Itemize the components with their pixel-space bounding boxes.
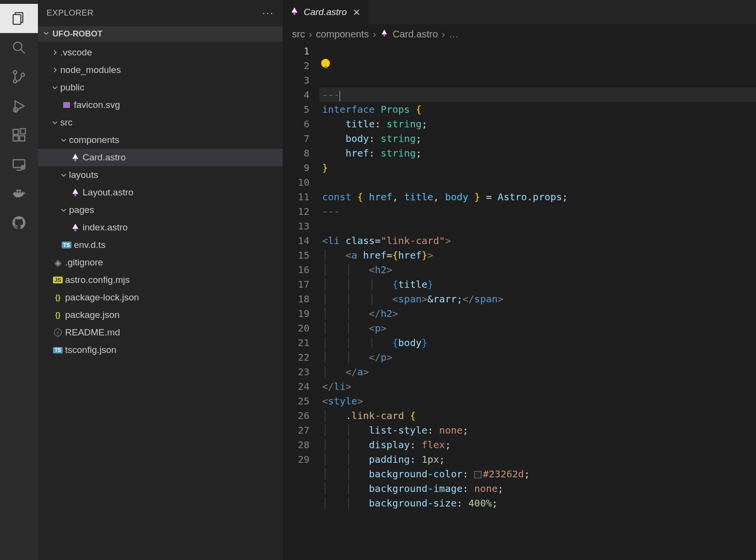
folder-src[interactable]: src: [38, 114, 283, 131]
folder-public[interactable]: public: [38, 79, 283, 96]
chevron-right-icon: [52, 49, 60, 56]
activity-remote[interactable]: [0, 150, 38, 179]
chevron-right-icon: ›: [309, 29, 312, 40]
folder-layouts[interactable]: layouts: [38, 166, 283, 184]
svg-rect-12: [20, 129, 26, 134]
project-name: UFO-ROBOT: [52, 29, 103, 39]
tab-card-astro[interactable]: Card.astro ✕: [283, 0, 369, 24]
json-icon: {}: [52, 294, 64, 301]
activity-explorer[interactable]: [0, 4, 38, 33]
chevron-down-icon: [60, 137, 69, 143]
breadcrumb-more[interactable]: …: [449, 29, 459, 40]
chevron-down-icon: [60, 172, 69, 178]
code-content[interactable]: ---interface Props { title: string; body…: [319, 44, 756, 560]
folder-pages[interactable]: pages: [38, 201, 283, 219]
json-icon: {}: [52, 311, 64, 319]
close-icon[interactable]: ✕: [352, 6, 361, 19]
explorer-header: EXPLORER ···: [38, 0, 283, 26]
file-index-astro[interactable]: index.astro: [38, 219, 283, 236]
astro-icon: [380, 29, 389, 40]
chevron-right-icon: ›: [373, 29, 376, 40]
explorer-more-icon[interactable]: ···: [262, 7, 274, 19]
chevron-down-icon: [60, 207, 69, 213]
lightbulb-icon[interactable]: [321, 59, 330, 68]
svg-marker-7: [15, 101, 24, 111]
ts-icon: TS: [60, 242, 73, 248]
svg-rect-22: [19, 190, 21, 192]
file-env-dts[interactable]: TSenv.d.ts: [38, 236, 283, 254]
file-card-astro[interactable]: Card.astro: [38, 149, 283, 166]
breadcrumb[interactable]: src › components › Card.astro › …: [283, 24, 756, 44]
activity-bar: [0, 0, 38, 560]
svg-rect-1: [13, 15, 21, 24]
folder-vscode[interactable]: .vscode: [38, 44, 283, 61]
svg-rect-11: [19, 136, 25, 141]
chevron-down-icon: [52, 119, 60, 126]
file-package-lock[interactable]: {}package-lock.json: [38, 289, 283, 306]
info-icon: i: [52, 329, 64, 336]
code-editor[interactable]: 1234567891011121314151617181920212223242…: [283, 44, 756, 560]
tab-label: Card.astro: [304, 7, 347, 18]
tsconfig-icon: TS: [52, 347, 64, 353]
image-icon: [60, 102, 73, 108]
file-layout-astro[interactable]: Layout.astro: [38, 184, 283, 201]
svg-point-6: [21, 73, 25, 77]
tab-bar: Card.astro ✕: [283, 0, 756, 24]
activity-extensions[interactable]: [0, 121, 38, 150]
astro-icon: [69, 188, 82, 197]
svg-rect-9: [13, 129, 18, 135]
svg-point-2: [14, 42, 22, 51]
svg-rect-10: [13, 136, 18, 141]
file-package-json[interactable]: {}package.json: [38, 306, 283, 324]
svg-rect-21: [17, 190, 18, 192]
svg-line-3: [21, 50, 25, 53]
chevron-right-icon: ›: [442, 29, 445, 40]
file-gitignore[interactable]: ◈.gitignore: [38, 254, 283, 271]
line-gutter: 1234567891011121314151617181920212223242…: [283, 44, 319, 560]
js-icon: JS: [52, 277, 64, 283]
activity-run-debug[interactable]: [0, 91, 38, 121]
svg-point-5: [14, 80, 17, 83]
astro-icon: [290, 7, 299, 18]
file-readme[interactable]: iREADME.md: [38, 324, 283, 341]
activity-search[interactable]: [0, 33, 38, 62]
editor-area: Card.astro ✕ src › components › Card.ast…: [283, 0, 756, 560]
chevron-down-icon: [52, 84, 60, 91]
explorer-sidebar: EXPLORER ··· UFO-ROBOT .vscode node_modu…: [38, 0, 283, 560]
explorer-title: EXPLORER: [47, 8, 94, 18]
folder-node-modules[interactable]: node_modules: [38, 61, 283, 79]
breadcrumb-item[interactable]: components: [316, 29, 369, 40]
astro-icon: [69, 153, 82, 162]
project-header[interactable]: UFO-ROBOT: [38, 26, 283, 42]
chevron-right-icon: [52, 67, 60, 73]
activity-source-control[interactable]: [0, 62, 38, 91]
file-tsconfig[interactable]: TStsconfig.json: [38, 341, 283, 359]
astro-icon: [69, 223, 82, 232]
git-icon: ◈: [52, 257, 64, 268]
folder-components[interactable]: components: [38, 131, 283, 149]
breadcrumb-item[interactable]: src: [292, 29, 305, 40]
chevron-down-icon: [43, 29, 50, 39]
breadcrumb-item[interactable]: Card.astro: [393, 29, 438, 40]
file-astro-config[interactable]: JSastro.config.mjs: [38, 271, 283, 289]
svg-point-4: [14, 70, 17, 74]
file-tree: .vscode node_modules public favicon.svg …: [38, 42, 283, 560]
activity-docker[interactable]: [0, 179, 38, 208]
activity-github[interactable]: [0, 208, 38, 237]
file-favicon[interactable]: favicon.svg: [38, 96, 283, 114]
